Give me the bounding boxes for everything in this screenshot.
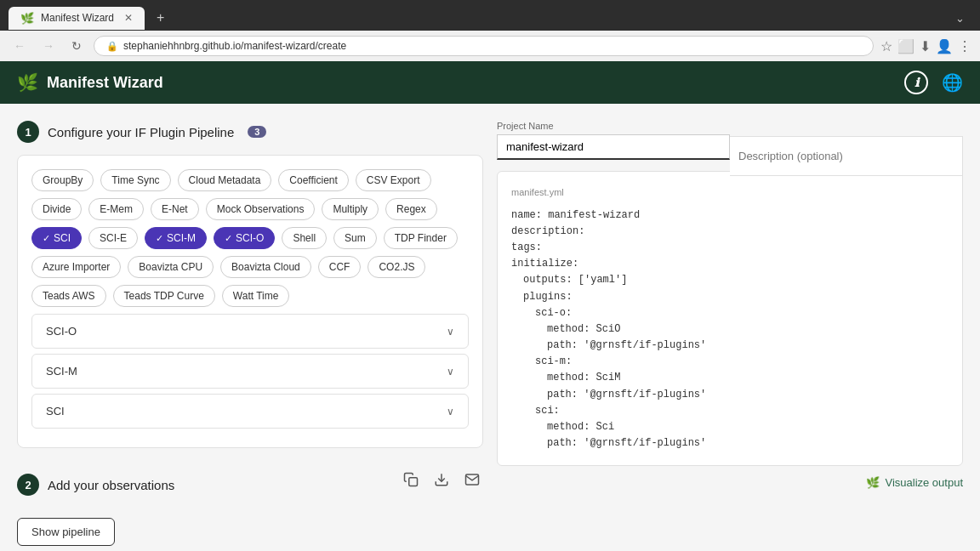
address-bar[interactable]: 🔒 stephaniehhnbrg.github.io/manifest-wiz… <box>94 36 874 56</box>
plugin-pill[interactable]: ✓ SCI-O <box>214 227 275 249</box>
yaml-label: manifest.yml <box>511 185 949 201</box>
tab-close-button[interactable]: ✕ <box>124 12 133 24</box>
plugin-pill[interactable]: TDP Finder <box>384 227 458 249</box>
show-pipeline-button[interactable]: Show pipeline <box>17 518 115 546</box>
browser-actions: ☆ ⬜ ⬇ 👤 ⋮ <box>880 38 971 54</box>
tab-list-button[interactable]: ⌄ <box>949 9 971 28</box>
download-icon[interactable]: ⬇ <box>920 38 931 54</box>
project-name-section: Project Name <box>497 121 963 161</box>
header-actions: ℹ 🌐 <box>904 71 963 94</box>
step2-number: 2 <box>17 474 39 496</box>
pills-container: GroupByTime SyncCloud MetadataCoefficien… <box>31 169 469 307</box>
yaml-panel: manifest.yml name: manifest-wizarddescri… <box>497 171 963 466</box>
plugin-pill[interactable]: E-Mem <box>88 198 144 220</box>
plugin-pill[interactable]: Coefficient <box>278 169 348 191</box>
accordion-label: SCI-O <box>46 325 77 338</box>
plugin-pill[interactable]: Divide <box>31 198 82 220</box>
plugin-pill[interactable]: Mock Observations <box>206 198 316 220</box>
new-tab-button[interactable]: + <box>148 5 173 31</box>
yaml-line: description: <box>511 224 949 240</box>
yaml-line: path: '@grnsft/if-plugins' <box>511 435 949 452</box>
app-logo: 🌿 Manifest Wizard <box>17 72 163 93</box>
accordion-header[interactable]: SCI-O ∨ <box>32 315 468 348</box>
yaml-line: sci-o: <box>511 305 949 321</box>
step2-actions <box>400 469 483 494</box>
plugin-pill[interactable]: ✓ SCI-M <box>145 227 207 249</box>
info-icon[interactable]: ℹ <box>904 71 928 94</box>
star-icon[interactable]: ☆ <box>880 38 892 54</box>
plugin-pill[interactable]: Teads TDP Curve <box>113 285 215 307</box>
plugin-pill[interactable]: Regex <box>385 198 437 220</box>
visualize-icon: 🌿 <box>866 476 880 489</box>
accordion-item: SCI-O ∨ <box>31 314 469 349</box>
step1-badge: 3 <box>248 126 266 138</box>
url-text: stephaniehhnbrg.github.io/manifest-wizar… <box>123 40 346 52</box>
profile-icon[interactable]: 👤 <box>936 38 953 54</box>
check-icon: ✓ <box>225 233 232 244</box>
plugin-pill[interactable]: Time Sync <box>100 169 170 191</box>
check-icon: ✓ <box>156 233 163 244</box>
plugin-pill[interactable]: Boavizta Cloud <box>220 256 311 278</box>
browser-tabs: 🌿 Manifest Wizard ✕ + ⌄ <box>9 5 971 31</box>
main-content: 1 Configure your IF Plugin Pipeline 3 Gr… <box>0 104 980 551</box>
download-yaml-button[interactable] <box>430 469 453 494</box>
project-name-input[interactable] <box>497 134 730 160</box>
plugin-pill[interactable]: CO2.JS <box>368 256 425 278</box>
plugin-pill[interactable]: Azure Importer <box>31 256 121 278</box>
step1-title: Configure your IF Plugin Pipeline <box>48 125 234 139</box>
email-button[interactable] <box>461 469 483 494</box>
forward-button[interactable]: → <box>37 37 60 54</box>
plugin-pill[interactable]: Boavizta CPU <box>128 256 214 278</box>
plugin-pill[interactable]: GroupBy <box>31 169 94 191</box>
yaml-line: plugins: <box>511 289 949 305</box>
plugin-pill[interactable]: Teads AWS <box>31 285 106 307</box>
tab-snapshot-icon[interactable]: ⬜ <box>897 38 914 54</box>
menu-icon[interactable]: ⋮ <box>958 38 971 54</box>
plugin-pill[interactable]: CSV Export <box>356 169 431 191</box>
accordion-header[interactable]: SCI ∨ <box>32 395 468 428</box>
show-pipeline-area: Show pipeline <box>17 511 483 546</box>
plugin-pill[interactable]: Watt Time <box>222 285 290 307</box>
accordion-item: SCI-M ∨ <box>31 354 469 389</box>
step1-header: 1 Configure your IF Plugin Pipeline 3 <box>17 121 483 143</box>
plugin-pill[interactable]: Multiply <box>322 198 379 220</box>
yaml-line: sci-m: <box>511 354 949 370</box>
chevron-down-icon: ∨ <box>447 326 454 338</box>
plugin-pill[interactable]: Cloud Metadata <box>178 169 272 191</box>
browser-toolbar: ← → ↻ 🔒 stephaniehhnbrg.github.io/manife… <box>0 31 980 61</box>
back-button[interactable]: ← <box>9 37 31 54</box>
globe-icon[interactable]: 🌐 <box>942 72 963 93</box>
accordion: SCI-O ∨ SCI-M ∨ SCI ∨ <box>31 314 469 429</box>
plugin-pill[interactable]: Shell <box>282 227 327 249</box>
description-input[interactable] <box>730 136 963 176</box>
yaml-line: path: '@grnsft/if-plugins' <box>511 387 949 403</box>
svg-rect-0 <box>409 478 418 486</box>
yaml-line: sci: <box>511 403 949 419</box>
browser-chrome: 🌿 Manifest Wizard ✕ + ⌄ <box>0 0 980 31</box>
app-header: 🌿 Manifest Wizard ℹ 🌐 <box>0 61 980 104</box>
tab-favicon: 🌿 <box>20 12 34 25</box>
chevron-down-icon: ∨ <box>447 366 454 378</box>
yaml-line: method: SciM <box>511 370 949 386</box>
accordion-item: SCI ∨ <box>31 394 469 429</box>
accordion-header[interactable]: SCI-M ∨ <box>32 355 468 388</box>
copy-button[interactable] <box>400 469 422 494</box>
active-tab[interactable]: 🌿 Manifest Wizard ✕ <box>9 7 145 30</box>
visualize-output-button[interactable]: 🌿 Visualize output <box>866 476 963 489</box>
plugin-area: GroupByTime SyncCloud MetadataCoefficien… <box>17 155 483 448</box>
plugin-pill[interactable]: ✓ SCI <box>31 227 82 249</box>
plugin-pill[interactable]: SCI-E <box>88 227 138 249</box>
visualize-label: Visualize output <box>885 476 963 489</box>
plugin-pill[interactable]: Sum <box>333 227 377 249</box>
chevron-down-icon: ∨ <box>447 406 454 418</box>
yaml-content: name: manifest-wizarddescription:tags:in… <box>511 207 949 452</box>
plugin-pill[interactable]: CCF <box>318 256 362 278</box>
right-panel: Project Name manifest.yml name: manifest… <box>497 121 963 546</box>
refresh-button[interactable]: ↻ <box>66 37 87 54</box>
description-field <box>730 121 963 161</box>
yaml-line: initialize: <box>511 256 949 272</box>
check-icon: ✓ <box>43 233 50 244</box>
step1-number: 1 <box>17 121 39 143</box>
plugin-pill[interactable]: E-Net <box>151 198 199 220</box>
yaml-line: tags: <box>511 240 949 256</box>
